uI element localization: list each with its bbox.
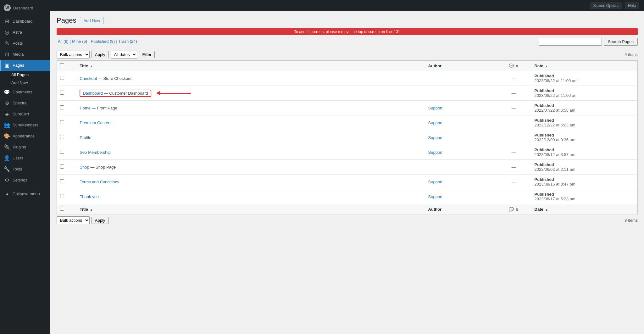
row-comments-cell: —: [496, 189, 531, 204]
date-status: Published: [535, 88, 554, 93]
title-sort-icon-footer: ▲: [90, 208, 93, 211]
row-checkbox-4[interactable]: [60, 135, 64, 139]
sidebar-item-label: Tools: [13, 167, 22, 171]
sidebar-item-comments[interactable]: 💬 Comments: [0, 86, 50, 97]
footer-title-col[interactable]: Title ▲: [76, 204, 425, 214]
page-title-link[interactable]: Dashboard: [83, 91, 103, 96]
filter-mine[interactable]: Mine (6): [71, 39, 88, 44]
select-all-checkbox[interactable]: [60, 63, 64, 67]
sidebar-item-appearance[interactable]: 🎨 Appearance: [0, 131, 50, 142]
sidebar-item-surecart[interactable]: ◈ SureCart: [0, 109, 50, 120]
title-sort-icon: ▲: [90, 64, 93, 68]
date-sort-icon: ▲: [545, 64, 548, 68]
sidebar-item-label: Posts: [13, 41, 23, 46]
row-checkbox-3[interactable]: [60, 120, 64, 124]
posts-icon: ✎: [4, 40, 10, 46]
sidebar-item-astra[interactable]: ◎ Astra: [0, 27, 50, 38]
sidebar-item-posts[interactable]: ✎ Posts: [0, 38, 50, 49]
page-title-link[interactable]: Home: [80, 106, 91, 110]
author-link[interactable]: Support: [428, 106, 443, 110]
row-checkbox-7[interactable]: [60, 179, 64, 183]
select-all-footer-checkbox[interactable]: [60, 207, 64, 211]
sidebar-sub-all-pages[interactable]: All Pages: [11, 71, 50, 79]
page-title-link[interactable]: Profile: [80, 135, 91, 140]
page-title-link[interactable]: Seo Membership: [80, 150, 110, 155]
apply-button-top[interactable]: Apply: [92, 51, 109, 58]
sidebar-item-settings[interactable]: ⚙ Settings: [0, 175, 50, 186]
sidebar-item-label: Dashboard: [13, 19, 33, 24]
footer-date-col[interactable]: Date ▲: [531, 204, 638, 214]
sidebar-logo[interactable]: W Dashboard: [0, 0, 50, 16]
row-title-cell: Profile: [76, 130, 425, 145]
search-pages-button[interactable]: Search Pages: [604, 38, 638, 46]
plugins-icon: 🔌: [4, 144, 10, 150]
astra-icon: ◎: [4, 29, 10, 35]
spectra-icon: ⊛: [4, 100, 10, 106]
filter-published[interactable]: Published (9): [89, 39, 116, 44]
row-date-cell: Published2022/07/22 at 6:58 am: [531, 101, 638, 115]
sidebar-item-label: Settings: [13, 178, 27, 182]
row-author-cell: [425, 71, 496, 86]
filter-trash[interactable]: Trash (24): [117, 39, 138, 44]
row-comments-cell: —: [496, 101, 531, 115]
sidebar-item-tools[interactable]: 🔧 Tools: [0, 164, 50, 175]
row-date-cell: Published2023/08/15 at 3:47 pm: [531, 175, 638, 189]
dashboard-icon: ⊞: [4, 18, 10, 24]
author-link[interactable]: Support: [428, 150, 443, 155]
page-title-link[interactable]: Shop: [80, 165, 89, 170]
bulk-actions-select-bottom[interactable]: Bulk actions: [57, 216, 90, 224]
row-checkbox-0[interactable]: [60, 76, 64, 80]
date-value: 2023/06/02 at 2:11 am: [535, 167, 575, 172]
sidebar-item-spectra[interactable]: ⊛ Spectra: [0, 97, 50, 109]
row-checkbox-1[interactable]: [60, 91, 64, 95]
screen-options-button[interactable]: Screen Options: [590, 2, 623, 9]
row-author-cell: Support: [425, 130, 496, 145]
sidebar-item-plugins[interactable]: 🔌 Plugins: [0, 142, 50, 153]
row-title-cell: Seo Membership: [76, 145, 425, 160]
date-status: Published: [535, 133, 554, 137]
author-link[interactable]: Support: [428, 194, 443, 199]
page-title-link[interactable]: Terms and Conditions: [80, 180, 119, 184]
header-date-col[interactable]: Date ▲: [531, 61, 638, 71]
sidebar-sub-add-new[interactable]: Add New: [11, 79, 50, 86]
row-author-cell: Support: [425, 115, 496, 130]
sidebar-item-media[interactable]: ⊡ Media: [0, 49, 50, 60]
footer-comments-col[interactable]: 💬 ⇅: [496, 204, 531, 214]
date-value: 2022/12/09 at 9:36 am: [535, 137, 575, 142]
search-input[interactable]: [539, 38, 602, 46]
header-title-col[interactable]: Title ▲: [76, 61, 425, 71]
row-author-cell: Support: [425, 101, 496, 115]
page-title-link[interactable]: Checkout: [80, 76, 97, 81]
help-button[interactable]: Help: [625, 2, 639, 9]
table-row: Dashboard — Customer Dashboard —Publishe…: [57, 86, 638, 101]
users-icon: 👤: [4, 155, 10, 161]
header-checkbox-col: [57, 61, 77, 71]
page-title-link[interactable]: Thank you: [80, 194, 99, 199]
date-filter-select[interactable]: All dates: [111, 51, 137, 58]
sidebar-item-pages[interactable]: ▣ Pages: [0, 60, 50, 71]
author-link[interactable]: Support: [428, 180, 443, 184]
filter-all[interactable]: All (9): [57, 39, 70, 44]
row-date-cell: Published2023/08/22 at 11:00 am: [531, 86, 638, 101]
row-checkbox-5[interactable]: [60, 150, 64, 154]
sidebar-item-users[interactable]: 👤 Users: [0, 153, 50, 164]
table-row: Thank youSupport—Published2023/08/17 at …: [57, 189, 638, 204]
page-title-link[interactable]: Premium Content: [80, 120, 111, 125]
author-link[interactable]: Support: [428, 135, 443, 140]
bulk-actions-select-top[interactable]: Bulk actions: [57, 51, 90, 58]
row-checkbox-6[interactable]: [60, 164, 64, 169]
sidebar-collapse-menu[interactable]: ◂ Collapse menu: [0, 188, 50, 199]
appearance-icon: 🎨: [4, 133, 10, 139]
sidebar-item-suremembers[interactable]: 👥 SureMembers: [0, 120, 50, 131]
header-comments-col[interactable]: 💬 ⇅: [496, 61, 531, 71]
row-checkbox-2[interactable]: [60, 105, 64, 109]
sidebar-item-dashboard[interactable]: ⊞ Dashboard: [0, 16, 50, 27]
add-new-button[interactable]: Add New: [80, 17, 103, 24]
filter-button[interactable]: Filter: [139, 51, 155, 58]
annotation-arrow: [156, 91, 191, 95]
comments-icon-footer: 💬: [509, 207, 514, 212]
author-link[interactable]: Support: [428, 120, 443, 125]
row-checkbox-8[interactable]: [60, 194, 64, 198]
pages-table: Title ▲ Author 💬 ⇅ Date ▲: [57, 60, 638, 214]
apply-button-bottom[interactable]: Apply: [92, 217, 109, 224]
